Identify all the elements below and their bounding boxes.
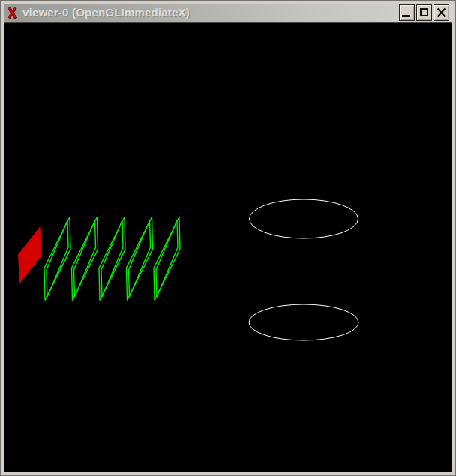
minimize-icon	[402, 15, 410, 17]
green-blade-2-inner	[74, 220, 96, 297]
close-button[interactable]	[434, 4, 449, 21]
green-blade-3-inner	[101, 220, 123, 297]
scene	[4, 23, 452, 472]
close-icon	[436, 7, 446, 18]
green-blade-3	[99, 217, 125, 301]
ellipse-2	[249, 304, 358, 340]
green-blade-2	[72, 217, 98, 301]
opengl-viewport[interactable]	[4, 22, 452, 472]
green-blade-5-inner	[156, 220, 178, 297]
window-title: viewer-0 (OpenGLImmediateX)	[22, 4, 190, 22]
green-blade-1-inner	[46, 220, 68, 297]
minimize-button[interactable]	[399, 4, 415, 21]
ellipse-1	[250, 199, 358, 238]
x11-logo-icon[interactable]	[7, 6, 17, 19]
viewer-window: viewer-0 (OpenGLImmediateX)	[0, 0, 456, 476]
maximize-icon	[420, 8, 428, 16]
green-blade-5	[154, 217, 180, 301]
green-blade-1	[44, 217, 70, 301]
red-blade	[18, 226, 42, 284]
green-blade-4-inner	[129, 220, 151, 297]
green-blade-4	[127, 217, 153, 301]
titlebar[interactable]: viewer-0 (OpenGLImmediateX)	[4, 4, 454, 22]
maximize-button[interactable]	[416, 4, 432, 21]
